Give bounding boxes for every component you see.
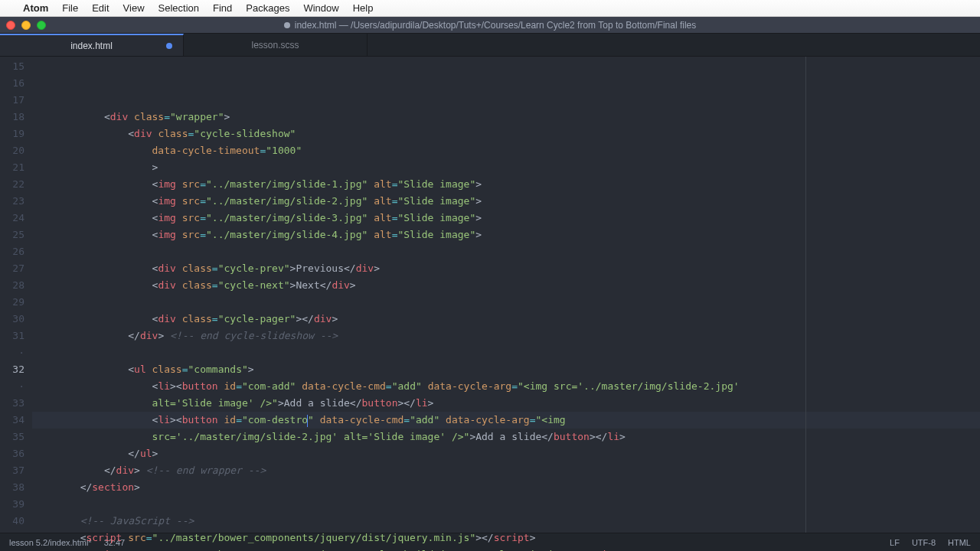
window-controls bbox=[6, 21, 46, 30]
code-line[interactable]: > bbox=[32, 159, 980, 176]
macos-menubar: Atom File Edit View Selection Find Packa… bbox=[0, 0, 980, 17]
line-number: 22 bbox=[0, 176, 24, 193]
line-number-gutter: 1516171819202122232425262728293031·32·33… bbox=[0, 57, 32, 533]
line-number: · bbox=[0, 378, 24, 395]
line-number: · bbox=[0, 344, 24, 361]
line-number: 26 bbox=[0, 243, 24, 260]
menu-find[interactable]: Find bbox=[213, 2, 232, 14]
line-number: 35 bbox=[0, 429, 24, 445]
code-line[interactable] bbox=[32, 243, 980, 260]
tab-index-html[interactable]: index.html bbox=[0, 34, 184, 56]
menu-help[interactable]: Help bbox=[353, 2, 374, 14]
close-icon[interactable] bbox=[6, 21, 15, 30]
code-line[interactable]: <img src="../master/img/slide-1.jpg" alt… bbox=[32, 176, 980, 193]
tab-bar: index.html lesson.scss bbox=[0, 34, 980, 57]
code-line[interactable]: <script src="../master/bower_components/… bbox=[32, 530, 980, 546]
code-line[interactable]: <script src="../master/bower_components/… bbox=[32, 546, 980, 551]
code-line[interactable]: <img src="../master/img/slide-4.jpg" alt… bbox=[32, 227, 980, 243]
code-line[interactable]: <div class="cycle-pager"></div> bbox=[32, 311, 980, 328]
line-number: 36 bbox=[0, 445, 24, 462]
line-number: 15 bbox=[0, 58, 24, 75]
menu-view[interactable]: View bbox=[123, 2, 145, 14]
line-number: 33 bbox=[0, 395, 24, 412]
menu-window[interactable]: Window bbox=[303, 2, 338, 14]
tab-label: lesson.scss bbox=[251, 40, 299, 51]
line-number: 24 bbox=[0, 210, 24, 227]
line-number: 29 bbox=[0, 294, 24, 311]
line-number: 21 bbox=[0, 159, 24, 176]
app-menu[interactable]: Atom bbox=[23, 2, 48, 14]
line-number: 28 bbox=[0, 277, 24, 294]
line-number: 34 bbox=[0, 412, 24, 429]
window-title-text: index.html — /Users/adipurdila/Desktop/T… bbox=[295, 20, 697, 31]
menu-packages[interactable]: Packages bbox=[246, 2, 289, 14]
code-line[interactable]: <!-- JavaScript --> bbox=[32, 513, 980, 530]
code-line[interactable] bbox=[32, 294, 980, 311]
line-number: 19 bbox=[0, 126, 24, 142]
code-line[interactable]: <li><button id="com-add" data-cycle-cmd=… bbox=[32, 378, 980, 395]
window-title: index.html — /Users/adipurdila/Desktop/T… bbox=[284, 20, 697, 31]
line-number: 32 bbox=[0, 361, 24, 378]
code-line[interactable]: </div> <!-- end wrapper --> bbox=[32, 462, 980, 479]
maximize-icon[interactable] bbox=[37, 21, 46, 30]
line-number: 25 bbox=[0, 227, 24, 243]
line-number: 30 bbox=[0, 311, 24, 328]
menu-edit[interactable]: Edit bbox=[92, 2, 109, 14]
tab-lesson-scss[interactable]: lesson.scss bbox=[184, 34, 368, 56]
code-line[interactable] bbox=[32, 496, 980, 513]
code-area[interactable]: <div class="wrapper"> <div class="cycle-… bbox=[32, 57, 980, 533]
line-number: 16 bbox=[0, 75, 24, 92]
code-line[interactable]: <div class="wrapper"> bbox=[32, 109, 980, 126]
line-number: 40 bbox=[0, 513, 24, 530]
code-line[interactable]: </ul> bbox=[32, 445, 980, 462]
modified-dot-icon bbox=[284, 22, 290, 28]
code-line[interactable]: <img src="../master/img/slide-3.jpg" alt… bbox=[32, 210, 980, 227]
code-line[interactable]: <li><button id="com-destro" data-cycle-c… bbox=[32, 412, 980, 429]
line-number: 27 bbox=[0, 260, 24, 277]
code-line[interactable]: data-cycle-timeout="1000" bbox=[32, 142, 980, 159]
line-number: 31 bbox=[0, 328, 24, 344]
code-line[interactable]: <div class="cycle-slideshow" bbox=[32, 126, 980, 142]
minimize-icon[interactable] bbox=[21, 21, 31, 30]
editor[interactable]: 1516171819202122232425262728293031·32·33… bbox=[0, 57, 980, 533]
line-number: 38 bbox=[0, 479, 24, 496]
code-line[interactable]: alt='Slide image' />">Add a slide</butto… bbox=[32, 395, 980, 412]
line-number: 39 bbox=[0, 496, 24, 513]
menu-selection[interactable]: Selection bbox=[158, 2, 199, 14]
line-number: 17 bbox=[0, 92, 24, 109]
code-line[interactable]: src='../master/img/slide-2.jpg' alt='Sli… bbox=[32, 429, 980, 445]
code-line[interactable]: <div class="cycle-next">Next</div> bbox=[32, 277, 980, 294]
code-line[interactable]: <div class="cycle-prev">Previous</div> bbox=[32, 260, 980, 277]
code-line[interactable] bbox=[32, 344, 980, 361]
menu-file[interactable]: File bbox=[62, 2, 78, 14]
code-line[interactable]: <ul class="commands"> bbox=[32, 361, 980, 378]
code-line[interactable]: <img src="../master/img/slide-2.jpg" alt… bbox=[32, 193, 980, 210]
line-number: 23 bbox=[0, 193, 24, 210]
line-number: 37 bbox=[0, 462, 24, 479]
tab-modified-dot-icon bbox=[166, 43, 172, 49]
code-line[interactable]: </section> bbox=[32, 479, 980, 496]
window-titlebar: index.html — /Users/adipurdila/Desktop/T… bbox=[0, 17, 980, 34]
line-number: 20 bbox=[0, 142, 24, 159]
line-number: 18 bbox=[0, 109, 24, 126]
code-line[interactable]: </div> <!-- end cycle-slideshow --> bbox=[32, 328, 980, 344]
wrap-guide bbox=[805, 57, 806, 533]
tab-label: index.html bbox=[70, 41, 113, 51]
